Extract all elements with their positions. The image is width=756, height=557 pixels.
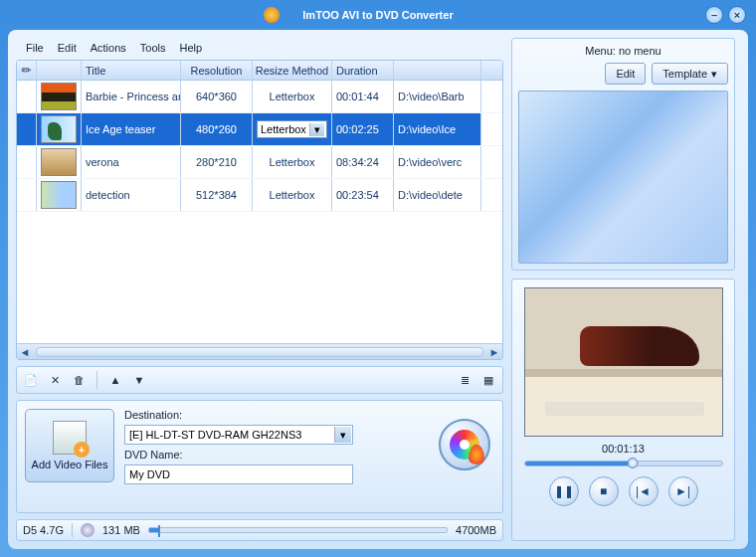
remove-icon[interactable]: ✕ (47, 372, 63, 388)
menu-file[interactable]: File (26, 42, 44, 56)
chevron-down-icon: ▾ (711, 68, 717, 81)
disk-icon (81, 523, 94, 537)
add-video-label: Add Video Files (32, 459, 108, 470)
cell-method: Letterbox (253, 146, 332, 178)
col-title[interactable]: Title (82, 61, 181, 80)
timecode: 00:01:13 (602, 443, 645, 455)
view-grid-icon[interactable]: ▦ (480, 372, 496, 388)
window-title: ImTOO AVI to DVD Converter (302, 9, 453, 21)
output-panel: Add Video Files Destination: [E] HL-DT-S… (16, 400, 503, 513)
flame-icon (469, 445, 484, 464)
menu-bar: File Edit Actions Tools Help (16, 38, 503, 60)
cell-res: 280*210 (181, 146, 253, 178)
cell-dur: 08:34:24 (332, 146, 394, 178)
properties-icon[interactable]: 📄 (23, 372, 39, 388)
table-row[interactable]: Barbie - Princess anc 640*360 Letterbox … (17, 81, 502, 113)
view-list-icon[interactable]: ≣ (457, 372, 472, 388)
cell-method: Letterbox (253, 179, 332, 211)
video-overlay-text: En19670671 (593, 404, 654, 414)
menu-preview (518, 91, 728, 264)
dvd-name-input[interactable]: My DVD (124, 464, 353, 484)
scroll-thumb[interactable] (36, 347, 483, 357)
thumbnail (41, 148, 77, 176)
menu-status: Menu: no menu (518, 45, 728, 57)
menu-actions[interactable]: Actions (91, 42, 126, 56)
grid-header: ✎ Title Resolution Resize Method Duratio… (17, 61, 502, 81)
total-size: 4700MB (456, 524, 496, 536)
burn-button[interactable] (439, 419, 490, 470)
scroll-right-icon[interactable]: ► (486, 346, 502, 358)
cell-title: verona (82, 146, 181, 178)
minimize-button[interactable]: – (705, 6, 723, 24)
cell-dur: 00:01:44 (332, 81, 394, 112)
add-file-icon (53, 421, 87, 455)
cell-path: D:\video\Ice (394, 113, 481, 145)
cell-res: 480*260 (181, 113, 253, 145)
used-size: 131 MB (102, 524, 140, 536)
menu-help[interactable]: Help (179, 42, 202, 56)
menu-template-button[interactable]: Template▾ (652, 63, 728, 85)
cell-method: Letterbox (253, 81, 332, 112)
prev-button[interactable]: |◄ (629, 476, 659, 506)
thumbnail (41, 83, 77, 110)
app-icon (264, 7, 280, 23)
menu-edit-button[interactable]: Edit (605, 63, 646, 85)
thumbnail (41, 181, 77, 209)
grid-body: Barbie - Princess anc 640*360 Letterbox … (17, 81, 502, 343)
cell-title: Barbie - Princess anc (82, 81, 181, 112)
destination-label: Destination: (124, 409, 494, 421)
col-resolution[interactable]: Resolution (181, 61, 253, 80)
video-preview: En19670671 (524, 287, 723, 437)
file-grid: ✎ Title Resolution Resize Method Duratio… (16, 60, 503, 360)
cell-path: D:\video\verc (394, 146, 481, 178)
status-bar: D5 4.7G 131 MB 4700MB (16, 519, 503, 541)
col-thumb[interactable] (37, 61, 82, 80)
next-button[interactable]: ►| (668, 476, 698, 506)
cell-title: detection (82, 179, 181, 211)
col-path[interactable] (394, 61, 481, 80)
capacity-bar (148, 527, 448, 533)
cell-path: D:\video\Barb (394, 81, 481, 112)
disc-type: D5 4.7G (23, 524, 64, 536)
list-toolbar: 📄 ✕ 🗑 ▲ ▼ ≣ ▦ (16, 366, 503, 394)
grid-scrollbar[interactable]: ◄ ► (17, 343, 502, 359)
cell-dur: 00:23:54 (332, 179, 394, 211)
thumbnail (41, 115, 77, 143)
cell-path: D:\video\dete (394, 179, 481, 211)
menu-panel: Menu: no menu Edit Template▾ (511, 38, 735, 271)
seek-bar[interactable] (524, 461, 723, 466)
move-down-icon[interactable]: ▼ (131, 372, 147, 388)
stop-button[interactable]: ■ (589, 476, 619, 506)
destination-select[interactable]: [E] HL-DT-ST DVD-RAM GH22NS3 (124, 425, 353, 445)
col-edit[interactable]: ✎ (17, 61, 37, 80)
cell-dur: 00:02:25 (332, 113, 394, 145)
col-resize-method[interactable]: Resize Method (253, 61, 332, 80)
resize-method-dropdown[interactable]: Letterbox (257, 120, 327, 138)
cell-res: 640*360 (181, 81, 253, 112)
close-button[interactable]: × (728, 6, 746, 24)
pencil-icon: ✎ (18, 62, 35, 79)
cell-title: Ice Age teaser (82, 113, 181, 145)
table-row[interactable]: verona 280*210 Letterbox 08:34:24 D:\vid… (17, 146, 502, 179)
table-row[interactable]: Ice Age teaser 480*260 Letterbox 00:02:2… (17, 113, 502, 146)
col-duration[interactable]: Duration (332, 61, 394, 80)
add-video-files-button[interactable]: Add Video Files (25, 409, 114, 482)
cell-res: 512*384 (181, 179, 253, 211)
menu-edit[interactable]: Edit (58, 42, 77, 56)
pause-button[interactable]: ❚❚ (549, 476, 579, 506)
table-row[interactable]: detection 512*384 Letterbox 00:23:54 D:\… (17, 179, 502, 212)
scroll-left-icon[interactable]: ◄ (17, 346, 33, 358)
title-bar: ImTOO AVI to DVD Converter – × (0, 0, 756, 30)
move-up-icon[interactable]: ▲ (107, 372, 123, 388)
player-panel: En19670671 00:01:13 ❚❚ ■ |◄ ►| (511, 278, 735, 541)
menu-tools[interactable]: Tools (140, 42, 166, 56)
trash-icon[interactable]: 🗑 (71, 372, 87, 388)
seek-knob[interactable] (628, 458, 639, 468)
